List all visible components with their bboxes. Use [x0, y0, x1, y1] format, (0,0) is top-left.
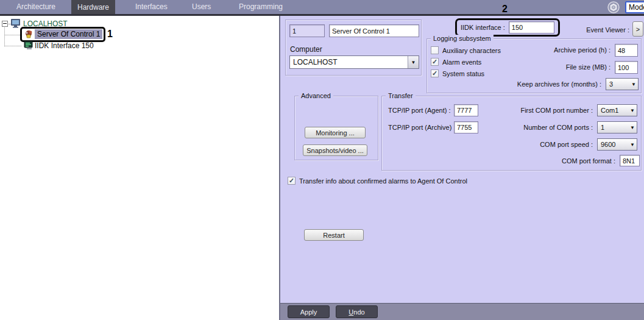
monitoring-button[interactable]: Monitoring ...	[305, 127, 366, 138]
settings-panel: 1 Server Of Control 1 Computer LOCALHOST…	[279, 16, 644, 320]
tab-hardware-label: Hardware	[77, 3, 109, 12]
advanced-groupbox: Advanced Monitoring ... Snapshots/video …	[294, 96, 378, 160]
tab-programming[interactable]: Programming	[239, 2, 283, 11]
iidk-interface-label: IIDK interface :	[461, 24, 505, 31]
transfer-info-checkbox[interactable]	[288, 177, 295, 185]
first-com-label: First COM port number :	[495, 107, 593, 114]
mode-button[interactable]: Mode	[625, 1, 644, 13]
tab-hardware[interactable]: Hardware	[71, 0, 115, 14]
iidk-interface-field[interactable]: 150	[509, 21, 554, 34]
chevron-down-icon: ▼	[630, 108, 635, 113]
tree-item-iidk-interface[interactable]: IIDK Interface 150	[35, 41, 94, 50]
file-size-label: File size (MB) :	[519, 63, 610, 71]
tcp-archive-field[interactable]: 7755	[454, 121, 478, 133]
logging-groupbox: Logging subsystem Auxiliary characters A…	[426, 38, 642, 93]
alarm-events-checkbox[interactable]	[431, 58, 439, 66]
event-viewer-button[interactable]: >	[632, 21, 643, 37]
chevron-down-icon: ▼	[631, 82, 636, 87]
chevron-down-icon[interactable]: ▼	[408, 56, 419, 68]
tree-connector	[5, 46, 21, 46]
tree-item-localhost[interactable]: LOCALHOST	[23, 20, 68, 28]
apply-button[interactable]: Apply	[288, 305, 330, 318]
com-format-field[interactable]: 8N1	[620, 155, 640, 166]
object-id-field[interactable]: 1	[289, 24, 325, 37]
object-name-field[interactable]: Server Of Control 1	[329, 24, 419, 37]
footer-bar: Apply Undo	[280, 303, 644, 320]
tab-interfaces[interactable]: Interfaces	[135, 2, 168, 11]
tcp-archive-label: TCP/IP port (Archive) :	[388, 124, 455, 131]
transfer-info-row: Transfer info about confirmed alarms to …	[288, 177, 467, 185]
snapshots-video-button[interactable]: Snapshots/video ...	[303, 144, 367, 156]
callout-box-2: IIDK interface : 150	[455, 18, 560, 37]
undo-button-label: Undo	[349, 308, 364, 316]
computer-label: Computer	[290, 45, 322, 54]
com-format-label: COM port format :	[518, 157, 615, 165]
tcp-agent-field[interactable]: 7777	[454, 104, 478, 116]
system-status-label: System status	[442, 70, 484, 77]
file-size-field[interactable]: 100	[615, 61, 638, 74]
auxiliary-characters-row: Auxiliary characters	[431, 46, 501, 54]
gear-icon[interactable]	[607, 1, 620, 15]
archive-period-label: Archive period (h) :	[519, 46, 610, 54]
computer-select[interactable]: LOCALHOST ▼	[289, 55, 419, 69]
com-speed-value: 9600	[601, 141, 615, 148]
transfer-group-title: Transfer	[386, 92, 416, 99]
num-com-select[interactable]: 1 ▼	[597, 121, 637, 133]
tree-collapse-toggle[interactable]	[2, 21, 8, 27]
first-com-value: Com1	[601, 107, 618, 114]
tab-architecture[interactable]: Architecture	[16, 2, 55, 11]
num-com-value: 1	[601, 124, 604, 131]
advanced-group-title: Advanced	[299, 92, 333, 99]
com-speed-select[interactable]: 9600 ▼	[597, 138, 637, 151]
callout-number-2: 2	[502, 4, 508, 15]
archive-period-field[interactable]: 48	[615, 44, 638, 57]
server-of-control-icon	[24, 30, 34, 40]
com-speed-label: COM port speed :	[495, 141, 593, 148]
arrow-right-icon: >	[636, 26, 640, 33]
chevron-down-icon: ▼	[630, 125, 635, 130]
tree-connector	[4, 27, 5, 46]
mode-button-label: Mode	[629, 3, 644, 12]
auxiliary-characters-checkbox[interactable]	[431, 46, 439, 54]
application-window: Architecture Hardware Interfaces Users P…	[0, 0, 644, 320]
first-com-select[interactable]: Com1 ▼	[597, 104, 637, 116]
alarm-events-row: Alarm events	[431, 58, 481, 66]
restart-button[interactable]: Restart	[304, 229, 364, 241]
undo-button[interactable]: Undo	[336, 305, 378, 318]
keep-archives-label: Keep archives for (months) :	[473, 80, 601, 88]
computer-monitor-icon	[10, 18, 21, 29]
callout-number-1: 1	[107, 29, 113, 40]
alarm-events-label: Alarm events	[442, 59, 481, 66]
tree-item-server-of-control[interactable]: Server Of Control 1	[35, 29, 102, 39]
identity-groupbox: 1 Server Of Control 1 Computer LOCALHOST…	[285, 20, 422, 76]
chevron-down-icon: ▼	[630, 142, 635, 148]
event-viewer-label: Event Viewer :	[582, 26, 629, 34]
num-com-label: Number of COM ports :	[495, 124, 593, 131]
auxiliary-characters-label: Auxiliary characters	[442, 47, 501, 54]
transfer-info-label: Transfer info about confirmed alarms to …	[299, 177, 467, 185]
logging-group-title: Logging subsystem	[431, 35, 494, 42]
system-status-row: System status	[431, 69, 484, 77]
hardware-tree-panel	[0, 16, 279, 320]
keep-archives-value: 3	[609, 80, 613, 88]
keep-archives-select[interactable]: 3 ▼	[606, 78, 639, 90]
transfer-groupbox: Transfer TCP/IP port (Agent) : 7777 TCP/…	[381, 96, 642, 171]
tab-users[interactable]: Users	[192, 2, 211, 11]
iidk-interface-icon	[24, 41, 34, 51]
computer-select-value: LOCALHOST	[290, 57, 408, 68]
system-status-checkbox[interactable]	[431, 69, 439, 77]
tcp-agent-label: TCP/IP port (Agent) :	[388, 107, 451, 114]
tree-connector	[5, 35, 21, 35]
